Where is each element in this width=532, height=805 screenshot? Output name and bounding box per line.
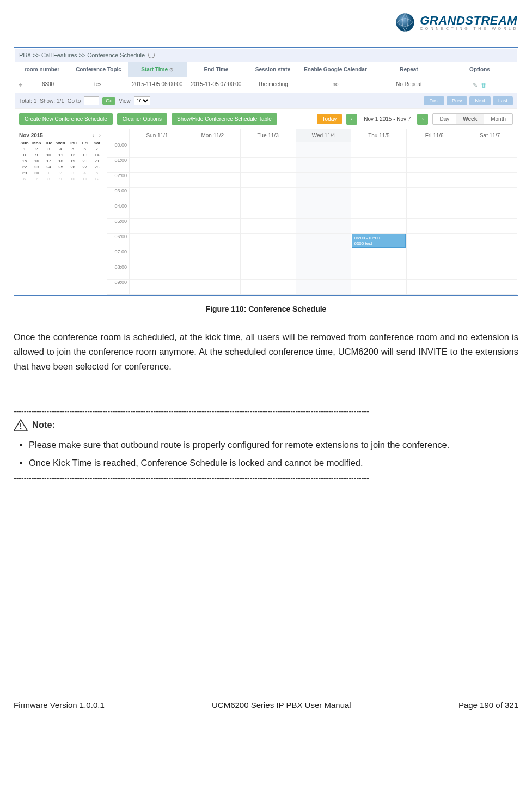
cell-repeat: No Repeat <box>371 77 447 93</box>
go-button[interactable]: Go <box>102 97 115 105</box>
show-label: Show: 1/1 <box>40 98 64 104</box>
mini-cal-nav[interactable]: ‹ › <box>93 132 102 138</box>
cell-options: ✎ 🗑 <box>447 77 512 93</box>
today-button[interactable]: Today <box>317 114 343 124</box>
view-day[interactable]: Day <box>433 114 456 124</box>
body-paragraph: Once the conference room is scheduled, a… <box>14 330 518 374</box>
svg-point-2 <box>20 428 21 429</box>
th-gcal[interactable]: Enable Google Calendar <box>300 62 371 77</box>
goto-input[interactable] <box>84 96 99 105</box>
cleaner-button[interactable]: Cleaner Options <box>117 113 167 125</box>
last-button[interactable]: Last <box>493 96 513 105</box>
calendar-event[interactable]: 06:00 - 07:006300 test <box>352 234 406 248</box>
th-room[interactable]: room number <box>15 62 69 77</box>
page-footer: Firmware Version 1.0.0.1 UCM6200 Series … <box>14 700 518 710</box>
view-month[interactable]: Month <box>484 114 512 124</box>
th-end[interactable]: End Time <box>187 62 246 77</box>
showhide-button[interactable]: Show/Hide Conference Schedule Table <box>172 113 277 125</box>
prev-button[interactable]: Prev <box>447 96 468 105</box>
day-header[interactable]: Thu 11/5 <box>351 129 406 142</box>
cell-start: 2015-11-05 06:00:00 <box>128 77 187 93</box>
sort-icon: ⊙ <box>169 67 174 72</box>
warning-icon <box>14 419 28 431</box>
cell-state: The meeting <box>246 77 300 93</box>
next-week-button[interactable]: › <box>417 114 428 125</box>
new-schedule-button[interactable]: Create New Conference Schedule <box>19 113 113 125</box>
note-label: Note: <box>32 420 55 430</box>
day-header[interactable]: Tue 11/3 <box>240 129 296 142</box>
action-bar: Create New Conference Schedule Cleaner O… <box>15 108 517 129</box>
day-header[interactable]: Wed 11/4 <box>296 129 351 142</box>
svg-point-0 <box>396 13 414 32</box>
note-heading: Note: <box>14 419 518 431</box>
next-button[interactable]: Next <box>469 96 491 105</box>
date-range-label: Nov 1 2015 - Nov 7 <box>362 116 413 122</box>
logo-subtitle: CONNECTING THE WORLD <box>420 27 518 31</box>
page-header: GRANDSTREAM CONNECTING THE WORLD <box>14 11 518 34</box>
divider-top: ----------------------------------------… <box>14 407 518 416</box>
th-start[interactable]: Start Time ⊙ <box>128 62 187 77</box>
th-state[interactable]: Session state <box>246 62 300 77</box>
cell-end: 2015-11-05 07:00:00 <box>187 77 246 93</box>
refresh-icon[interactable] <box>148 52 155 58</box>
week-calendar: Sun 11/1Mon 11/2Tue 11/3Wed 11/4Thu 11/5… <box>107 129 517 295</box>
edit-icon[interactable]: ✎ <box>473 82 478 89</box>
view-week[interactable]: Week <box>456 114 484 124</box>
footer-left: Firmware Version 1.0.0.1 <box>14 700 105 710</box>
note-bullet-1: Please make sure that outbound route is … <box>29 438 518 452</box>
breadcrumb: PBX >> Call Features >> Conference Sched… <box>15 49 517 62</box>
goto-label: Go to <box>68 98 81 104</box>
logo-title: GRANDSTREAM <box>420 15 518 27</box>
footer-right: Page 190 of 321 <box>458 700 518 710</box>
divider-bottom: ----------------------------------------… <box>14 474 518 482</box>
brand-logo: GRANDSTREAM CONNECTING THE WORLD <box>394 11 518 34</box>
cell-gcal: no <box>300 77 371 93</box>
breadcrumb-text: PBX >> Call Features >> Conference Sched… <box>19 52 145 58</box>
view-switch: Day Week Month <box>432 113 513 125</box>
note-bullet-2: Once Kick Time is reached, Conference Sc… <box>29 456 518 470</box>
note-list: Please make sure that outbound route is … <box>14 438 518 470</box>
globe-icon <box>394 11 417 34</box>
day-header[interactable]: Mon 11/2 <box>185 129 240 142</box>
view-select[interactable]: 10 <box>134 96 150 105</box>
calendar-area: Nov 2015 ‹ › SunMonTueWedThuFriSat123456… <box>15 129 517 295</box>
table-row: + 6300 test 2015-11-05 06:00:00 2015-11-… <box>15 77 517 93</box>
mini-calendar[interactable]: Nov 2015 ‹ › SunMonTueWedThuFriSat123456… <box>15 129 107 295</box>
cell-room: 6300 <box>27 77 69 93</box>
delete-icon[interactable]: 🗑 <box>481 82 487 88</box>
day-header[interactable]: Sat 11/7 <box>462 129 517 142</box>
expand-icon[interactable]: + <box>15 77 27 93</box>
th-repeat[interactable]: Repeat <box>371 62 447 77</box>
day-header[interactable]: Fri 11/6 <box>406 129 462 142</box>
table-header: room number Conference Topic Start Time … <box>15 62 517 77</box>
mini-cal-title: Nov 2015 <box>19 132 43 138</box>
prev-week-button[interactable]: ‹ <box>346 114 357 125</box>
screenshot-frame: PBX >> Call Features >> Conference Sched… <box>14 47 518 296</box>
th-topic[interactable]: Conference Topic <box>69 62 128 77</box>
day-header[interactable]: Sun 11/1 <box>129 129 185 142</box>
pagination-bar: Total: 1 Show: 1/1 Go to Go View 10 Firs… <box>15 93 517 108</box>
figure-caption: Figure 110: Conference Schedule <box>14 305 518 313</box>
cell-topic: test <box>69 77 128 93</box>
view-label: View <box>119 98 131 104</box>
total-label: Total: 1 <box>19 98 36 104</box>
footer-center: UCM6200 Series IP PBX User Manual <box>212 700 351 710</box>
th-opts: Options <box>447 62 512 77</box>
first-button[interactable]: First <box>424 96 444 105</box>
